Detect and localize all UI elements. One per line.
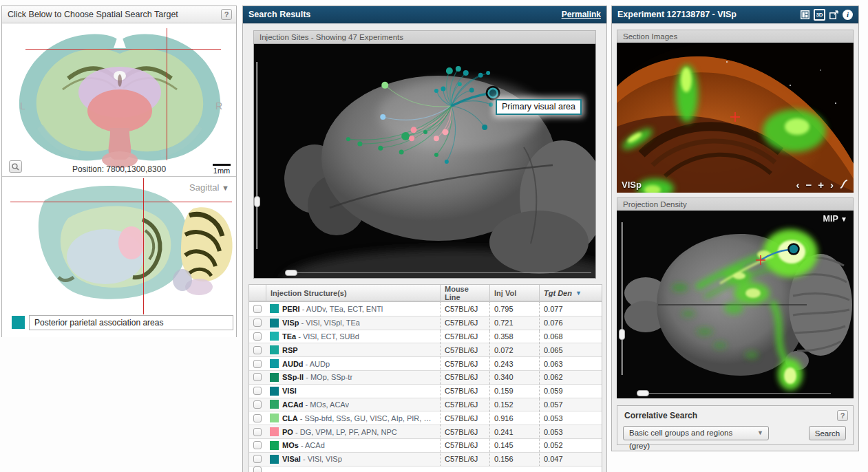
structure-targets: - AUDp <box>304 360 330 368</box>
injection-site-marker[interactable] <box>789 244 799 255</box>
injection-site-dot[interactable] <box>423 130 427 134</box>
layout-grid-icon[interactable] <box>799 9 811 21</box>
row-checkbox[interactable] <box>253 400 262 409</box>
row-checkbox[interactable] <box>253 360 262 368</box>
structure-set-dropdown[interactable]: Basic cell groups and regions (grey) ▼ <box>623 426 769 440</box>
zoom-button[interactable] <box>9 160 22 173</box>
mip-mode-dropdown[interactable]: MIP ▼ <box>823 214 847 224</box>
table-row[interactable]: PO - DG, VPM, LP, PF, APN, NPCC57BL/6J0.… <box>249 425 602 438</box>
tgt-den-cell: 0.052 <box>539 439 600 452</box>
section-image-viewer[interactable]: VISp ‹ − + › <box>617 43 854 193</box>
zoom-in-icon[interactable]: + <box>818 180 824 191</box>
tgt-den-cell: 0.068 <box>539 330 600 343</box>
inj-vol-column-header[interactable]: Inj Vol <box>489 285 539 301</box>
permalink-link[interactable]: Permalink <box>562 10 601 19</box>
injection-site-dot[interactable] <box>478 73 483 78</box>
table-row[interactable]: AUDd - AUDpC57BL/6J0.2430.063 <box>249 356 602 370</box>
view-3d-icon[interactable]: 3D <box>814 9 825 21</box>
intensity-curve-icon[interactable] <box>840 180 848 191</box>
mip-horizontal-slider-thumb[interactable] <box>637 390 649 396</box>
row-checkbox[interactable] <box>253 332 262 341</box>
horizontal-rotation-slider[interactable] <box>285 270 591 277</box>
mip-vertical-slider-thumb[interactable] <box>619 329 625 340</box>
tgt-den-cell: 0.057 <box>539 398 600 411</box>
injection-site-dot[interactable] <box>357 142 362 147</box>
coronal-crosshair-horizontal <box>25 49 221 50</box>
row-checkbox[interactable] <box>253 305 262 313</box>
injection-site-dot[interactable] <box>409 136 414 141</box>
injection-site-dot[interactable] <box>445 160 449 164</box>
row-checkbox[interactable] <box>253 455 262 463</box>
sagittal-atlas-viewer[interactable]: Sagittal ▼ Posterior parietal associatio… <box>2 177 236 337</box>
projection-density-image <box>617 211 854 398</box>
injection-site-dot[interactable] <box>442 129 448 135</box>
structure-column-header[interactable]: Injection Structure(s) <box>266 285 440 301</box>
table-row[interactable]: SSp-ll - MOp, SSp-trC57BL/6J0.3400.062 <box>249 370 602 384</box>
injection-site-dot[interactable] <box>378 146 383 151</box>
spatial-panel-header: Click Below to Choose Spatial Search Tar… <box>2 6 236 23</box>
injection-site-dot[interactable] <box>434 136 439 141</box>
info-icon[interactable]: i <box>843 10 853 20</box>
row-checkbox[interactable] <box>253 387 262 395</box>
vertical-slider-thumb[interactable] <box>254 196 260 207</box>
mouse-line-column-header[interactable]: Mouse Line <box>440 285 489 301</box>
table-row[interactable]: RSPC57BL/6J0.0720.065 <box>249 343 602 356</box>
row-checkbox[interactable] <box>253 319 262 327</box>
injection-site-dot[interactable] <box>434 89 438 93</box>
correlative-help-button[interactable]: ? <box>837 410 848 421</box>
selected-injection-site[interactable] <box>489 89 498 98</box>
structure-abbrev: MOs <box>282 441 299 449</box>
injection-site-dot[interactable] <box>434 153 438 157</box>
mip-vertical-slider[interactable] <box>620 222 624 375</box>
structure-name-field[interactable]: Posterior parietal association areas <box>29 315 233 330</box>
table-row[interactable]: VISal - VISl, VISpC57BL/6J0.1560.047 <box>249 452 602 466</box>
table-row[interactable]: VISp - VISl, VISpl, TEaC57BL/6J0.7210.07… <box>249 316 602 330</box>
tgt-den-column-header[interactable]: Tgt Den ▼ <box>539 285 600 301</box>
help-button[interactable]: ? <box>221 9 232 20</box>
horizontal-slider-thumb[interactable] <box>285 270 297 276</box>
inj-vol-cell: 0.243 <box>489 357 539 370</box>
injection-site-dot[interactable] <box>482 125 487 130</box>
table-row[interactable]: CLA - SSp-bfd, SSs, GU, VISC, AIp, PIR, … <box>249 411 602 425</box>
table-row[interactable]: ACAd - MOs, ACAvC57BL/6J0.1520.057 <box>249 398 602 411</box>
table-row[interactable]: PERI - AUDv, TEa, ECT, ENTlC57BL/6J0.795… <box>249 302 602 316</box>
injection-site-dot[interactable] <box>446 67 453 74</box>
open-in-new-window-icon[interactable] <box>828 9 840 21</box>
zoom-out-icon[interactable]: − <box>805 180 812 191</box>
injection-site-dot[interactable] <box>399 149 404 154</box>
injection-site-dot[interactable] <box>441 86 445 91</box>
projection-density-viewer[interactable]: MIP ▼ <box>617 211 854 398</box>
table-row[interactable]: MOs - ACAdC57BL/6J0.1450.052 <box>249 438 602 452</box>
row-checkbox[interactable] <box>253 373 262 381</box>
injection-site-dot[interactable] <box>411 127 417 133</box>
next-section-icon[interactable]: › <box>830 180 834 191</box>
injection-site-dot[interactable] <box>458 82 462 86</box>
vertical-rotation-slider[interactable] <box>255 62 260 249</box>
mip-horizontal-slider[interactable] <box>637 391 831 397</box>
injection-sites-viewer[interactable]: Primary visual area <box>253 43 596 279</box>
injection-site-dot[interactable] <box>489 103 493 107</box>
prev-section-icon[interactable]: ‹ <box>796 180 799 191</box>
table-row[interactable]: VISlC57BL/6J0.1590.059 <box>249 384 602 398</box>
injection-site-dot[interactable] <box>401 132 410 140</box>
row-checkbox[interactable] <box>253 441 262 449</box>
projection-line <box>452 106 485 127</box>
injection-site-dot[interactable] <box>380 114 385 120</box>
injection-site-dot[interactable] <box>486 71 490 75</box>
correlative-search-box: Correlative Search ? Basic cell groups a… <box>617 405 854 445</box>
injection-site-dot[interactable] <box>346 137 350 141</box>
allen-connectivity-app: Click Below to Choose Spatial Search Tar… <box>0 0 868 472</box>
row-checkbox[interactable] <box>253 428 262 436</box>
injection-site-dot[interactable] <box>456 66 461 72</box>
row-checkbox[interactable] <box>253 346 262 354</box>
row-checkbox[interactable] <box>253 414 262 422</box>
row-checkbox[interactable] <box>253 466 262 472</box>
plane-dropdown[interactable]: Sagittal ▼ <box>189 182 229 193</box>
coronal-atlas-viewer[interactable]: L R Position: 7800,1300,8300 1mm <box>2 23 236 177</box>
injection-site-dot[interactable] <box>381 82 388 89</box>
table-row[interactable] <box>249 466 602 472</box>
injection-site-dot[interactable] <box>469 88 474 93</box>
correlative-search-button[interactable]: Search <box>809 426 846 440</box>
injection-site-dot[interactable] <box>463 70 469 76</box>
table-row[interactable]: TEa - VISl, ECT, SUBdC57BL/6J0.3580.068 <box>249 330 602 343</box>
